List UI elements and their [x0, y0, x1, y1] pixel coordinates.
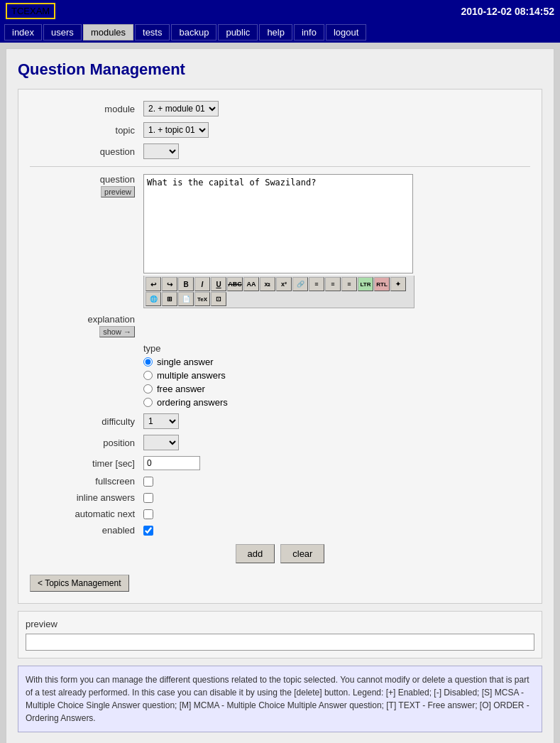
- toolbar-image[interactable]: 🌐: [146, 292, 161, 306]
- position-select[interactable]: [143, 435, 179, 450]
- page-title: Question Management: [18, 60, 542, 79]
- toolbar-italic[interactable]: I: [194, 277, 210, 291]
- toolbar-undo[interactable]: ↩: [146, 277, 161, 291]
- fullscreen-label: fullscreen: [30, 476, 143, 487]
- nav-logout[interactable]: logout: [326, 24, 366, 40]
- header: TCEXAM 2010-12-02 08:14:52: [0, 0, 560, 22]
- toolbar-rtl[interactable]: RTL: [374, 277, 390, 291]
- radio-single[interactable]: single answer: [143, 357, 228, 367]
- show-label[interactable]: show →: [99, 326, 135, 337]
- toolbar-paste[interactable]: 📄: [178, 292, 194, 306]
- module-select[interactable]: 2. + module 01: [143, 101, 219, 116]
- explanation-row: explanation show →: [30, 314, 530, 337]
- nav-backup[interactable]: backup: [171, 24, 216, 40]
- preview-title: preview: [26, 619, 534, 629]
- nav-modules[interactable]: modules: [83, 24, 133, 40]
- nav-help[interactable]: help: [259, 24, 292, 40]
- inline-answers-row: inline answers: [30, 492, 530, 503]
- add-button[interactable]: add: [236, 544, 275, 563]
- toolbar-bold[interactable]: B: [178, 277, 194, 291]
- topic-label: topic: [30, 125, 143, 136]
- toolbar-redo[interactable]: ↪: [162, 277, 177, 291]
- radio-multiple-input[interactable]: [143, 371, 153, 380]
- info-box: With this form you can manage the differ…: [18, 666, 542, 732]
- topics-management-button[interactable]: < Topics Management: [30, 575, 129, 592]
- preview-box: [26, 634, 534, 651]
- toolbar-link[interactable]: 🔗: [292, 277, 308, 291]
- toolbar-indent[interactable]: ≡: [341, 277, 357, 291]
- automatic-next-row: automatic next: [30, 509, 530, 519]
- explanation-label: explanation: [88, 314, 136, 325]
- type-section: type single answer multiple answers free…: [143, 343, 228, 408]
- toolbar-table[interactable]: ⊞: [162, 292, 177, 306]
- preview-sub-label[interactable]: preview: [101, 186, 135, 197]
- toolbar-special[interactable]: ⊡: [211, 292, 226, 306]
- type-label: type: [143, 343, 228, 354]
- radio-multiple-label: multiple answers: [157, 370, 226, 381]
- logo: TCEXAM: [6, 3, 55, 19]
- topic-row: topic 1. + topic 01: [30, 122, 530, 138]
- automatic-next-checkbox[interactable]: [143, 509, 153, 519]
- inline-answers-label: inline answers: [30, 492, 143, 503]
- topic-select[interactable]: 1. + topic 01: [143, 122, 209, 138]
- timer-row: timer [sec]: [30, 456, 530, 470]
- toolbar-underline[interactable]: U: [211, 277, 226, 291]
- toolbar-strikethrough[interactable]: ABC: [227, 277, 243, 291]
- position-row: position: [30, 435, 530, 450]
- radio-ordering[interactable]: ordering answers: [143, 397, 228, 408]
- enabled-checkbox[interactable]: [143, 526, 153, 536]
- question-label: question: [30, 146, 143, 157]
- question-preview-label-wrap: question preview: [30, 174, 143, 197]
- toolbar-list-ol[interactable]: ≡: [325, 277, 341, 291]
- question-select[interactable]: [143, 143, 179, 159]
- radio-free-input[interactable]: [143, 384, 153, 394]
- question-row: question: [30, 143, 530, 159]
- question-textarea[interactable]: What is the capital of Swaziland?: [143, 174, 413, 273]
- toolbar-color[interactable]: ✦: [390, 277, 406, 291]
- info-text: With this form you can manage the differ…: [26, 675, 529, 723]
- nav-bar: index users modules tests backup public …: [0, 22, 560, 43]
- toolbar-list-ul[interactable]: ≡: [309, 277, 324, 291]
- question-preview-main-label: question: [100, 174, 135, 185]
- type-row: type single answer multiple answers free…: [30, 343, 530, 408]
- enabled-row: enabled: [30, 525, 530, 536]
- radio-ordering-input[interactable]: [143, 398, 153, 407]
- toolbar-subscript[interactable]: x₂: [260, 277, 275, 291]
- nav-users[interactable]: users: [43, 24, 82, 40]
- automatic-next-label: automatic next: [30, 509, 143, 519]
- radio-group: single answer multiple answers free answ…: [143, 357, 228, 408]
- timer-label: timer [sec]: [30, 458, 143, 469]
- topics-btn-wrap: < Topics Management: [30, 569, 530, 592]
- radio-single-label: single answer: [157, 357, 214, 367]
- nav-public[interactable]: public: [218, 24, 258, 40]
- enabled-label: enabled: [30, 525, 143, 536]
- radio-multiple[interactable]: multiple answers: [143, 370, 228, 381]
- module-row: module 2. + module 01: [30, 101, 530, 116]
- inline-answers-checkbox[interactable]: [143, 493, 153, 503]
- nav-info[interactable]: info: [294, 24, 324, 40]
- timer-input[interactable]: [143, 456, 200, 470]
- logo-exam: EXAM: [23, 6, 50, 16]
- question-preview-row: question preview What is the capital of …: [30, 174, 530, 308]
- fullscreen-row: fullscreen: [30, 476, 530, 487]
- toolbar-superscript[interactable]: x²: [276, 277, 292, 291]
- toolbar-tex[interactable]: TeX: [194, 292, 210, 306]
- editor-toolbar: ↩ ↪ B I U ABC AA x₂ x² 🔗 ≡ ≡ ≡ LTR RTL ✦: [143, 276, 414, 308]
- editor-area: What is the capital of Swaziland? ↩ ↪ B …: [143, 174, 414, 308]
- toolbar-ltr[interactable]: LTR: [358, 277, 373, 291]
- clear-button[interactable]: clear: [280, 544, 324, 563]
- explanation-label-wrap: explanation show →: [30, 314, 143, 337]
- nav-tests[interactable]: tests: [135, 24, 170, 40]
- nav-index[interactable]: index: [4, 24, 42, 40]
- toolbar-font-size[interactable]: AA: [243, 277, 259, 291]
- difficulty-select[interactable]: 1 2 3: [143, 413, 179, 429]
- fullscreen-checkbox[interactable]: [143, 477, 153, 487]
- datetime: 2010-12-02 08:14:52: [461, 6, 554, 17]
- difficulty-row: difficulty 1 2 3: [30, 413, 530, 429]
- radio-free[interactable]: free answer: [143, 384, 228, 394]
- radio-free-label: free answer: [157, 384, 205, 394]
- divider-1: [30, 166, 530, 167]
- main-content: Question Management module 2. + module 0…: [6, 48, 554, 743]
- radio-single-input[interactable]: [143, 357, 153, 367]
- module-label: module: [30, 104, 143, 114]
